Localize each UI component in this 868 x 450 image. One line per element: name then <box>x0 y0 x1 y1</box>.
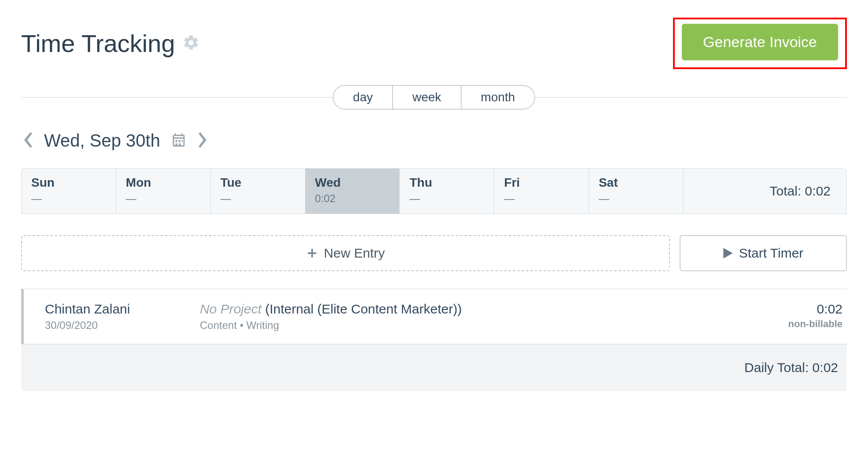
day-value: — <box>409 192 484 205</box>
week-total: Total: 0:02 <box>684 169 846 214</box>
new-entry-label: New Entry <box>324 246 385 261</box>
day-label: Tue <box>221 176 295 190</box>
view-toggle: day week month <box>333 85 535 110</box>
gear-icon[interactable] <box>182 34 200 53</box>
view-toggle-month[interactable]: month <box>460 86 534 109</box>
entry-billable-status: non-billable <box>741 318 842 330</box>
day-value: 0:02 <box>315 192 390 205</box>
entry-date: 30/09/2020 <box>45 319 200 332</box>
day-cell-tue[interactable]: Tue — <box>211 169 305 214</box>
week-grid: Sun — Mon — Tue — Wed 0:02 Thu — Fri — S… <box>21 168 847 214</box>
day-value: — <box>31 192 106 205</box>
day-label: Mon <box>126 176 201 190</box>
day-value: — <box>504 192 579 205</box>
entry-person: Chintan Zalani <box>45 302 200 317</box>
next-day-button[interactable] <box>197 132 210 150</box>
day-cell-fri[interactable]: Fri — <box>494 169 589 214</box>
page-title: Time Tracking <box>21 29 175 58</box>
day-value: — <box>221 192 295 205</box>
calendar-icon[interactable] <box>171 132 187 150</box>
daily-total: Daily Total: 0:02 <box>21 344 847 391</box>
prev-day-button[interactable] <box>21 132 33 150</box>
start-timer-label: Start Timer <box>739 246 804 261</box>
entry-client: (Internal (Elite Content Marketer)) <box>265 302 462 316</box>
entry-duration: 0:02 <box>741 302 842 317</box>
day-cell-sat[interactable]: Sat — <box>589 169 684 214</box>
day-cell-mon[interactable]: Mon — <box>116 169 211 214</box>
view-toggle-day[interactable]: day <box>334 86 392 109</box>
day-cell-wed[interactable]: Wed 0:02 <box>305 169 400 214</box>
day-label: Fri <box>504 176 579 190</box>
day-cell-sun[interactable]: Sun — <box>22 169 116 214</box>
day-label: Wed <box>315 176 390 190</box>
time-entry-row[interactable]: Chintan Zalani 30/09/2020 No Project (In… <box>21 289 847 344</box>
invoice-highlight-box: Generate Invoice <box>673 18 847 69</box>
day-label: Sat <box>599 176 673 190</box>
day-label: Thu <box>409 176 484 190</box>
generate-invoice-button[interactable]: Generate Invoice <box>682 24 838 60</box>
start-timer-button[interactable]: Start Timer <box>680 235 847 271</box>
entry-tags: Content • Writing <box>200 319 741 332</box>
day-value: — <box>126 192 201 205</box>
day-label: Sun <box>31 176 106 190</box>
current-date: Wed, Sep 30th <box>44 131 160 151</box>
entry-no-project: No Project <box>200 302 265 316</box>
view-toggle-week[interactable]: week <box>392 86 460 109</box>
day-value: — <box>599 192 673 205</box>
new-entry-button[interactable]: New Entry <box>21 235 670 271</box>
day-cell-thu[interactable]: Thu — <box>400 169 494 214</box>
